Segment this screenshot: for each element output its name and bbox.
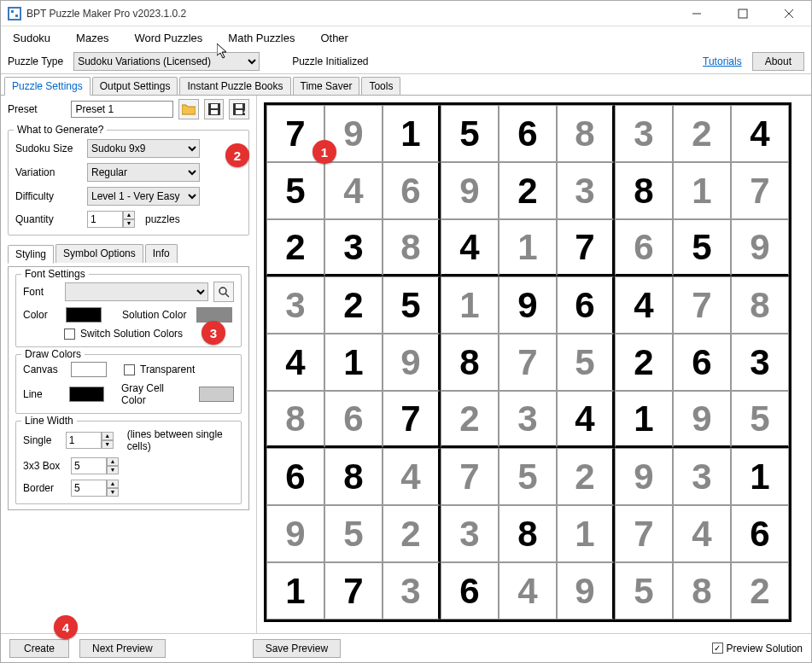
tab-tools[interactable]: Tools — [361, 77, 400, 95]
svg-point-15 — [219, 288, 226, 294]
puzzle-type-select[interactable]: Sudoku Variations (Licensed) — [73, 52, 260, 71]
marker-1: 1 — [313, 140, 336, 164]
topbar: Puzzle Type Sudoku Variations (Licensed)… — [1, 49, 811, 74]
preset-input[interactable] — [71, 101, 173, 118]
difficulty-label: Difficulty — [15, 190, 82, 202]
sudoku-cell: 3 — [615, 105, 673, 162]
sudoku-cell: 3 — [441, 505, 499, 562]
subtab-symbol-options[interactable]: Symbol Options — [55, 244, 143, 263]
svg-rect-2 — [11, 10, 14, 13]
gray-cell-color-label: Gray Cell Color — [121, 382, 189, 406]
subtab-info[interactable]: Info — [145, 244, 178, 263]
sudoku-size-select[interactable]: Sudoku 9x9 — [87, 139, 200, 158]
menu-other[interactable]: Other — [315, 30, 353, 46]
line-width-note: (lines between single cells) — [127, 428, 234, 452]
status-text: Puzzle Initialized — [292, 55, 368, 67]
sudoku-cell: 4 — [441, 219, 499, 276]
font-browse-button[interactable] — [213, 282, 234, 302]
about-button[interactable]: About — [752, 52, 804, 71]
sudoku-cell: 4 — [266, 334, 324, 391]
sudoku-cell: 4 — [499, 562, 557, 619]
minimize-button[interactable] — [681, 3, 712, 24]
preset-saveas-button[interactable]: + — [229, 99, 249, 119]
font-color-label: Color — [23, 309, 61, 321]
sudoku-cell: 5 — [731, 391, 789, 448]
sudoku-cell: 6 — [615, 219, 673, 276]
save-preview-button[interactable]: Save Preview — [253, 639, 341, 658]
tutorials-link[interactable]: Tutorials — [703, 55, 742, 67]
sudoku-cell: 6 — [673, 334, 731, 391]
sudoku-cell: 2 — [615, 334, 673, 391]
tab-output-settings[interactable]: Output Settings — [92, 77, 178, 95]
sudoku-cell: 6 — [557, 276, 615, 334]
font-label: Font — [23, 286, 60, 298]
create-button[interactable]: Create — [9, 639, 69, 658]
marker-3: 3 — [202, 321, 225, 345]
sudoku-cell: 1 — [557, 505, 615, 562]
sudoku-cell: 8 — [673, 562, 731, 619]
svg-rect-1 — [9, 9, 20, 19]
sudoku-cell: 5 — [615, 562, 673, 619]
sudoku-cell: 2 — [266, 219, 324, 276]
sudoku-cell: 3 — [731, 334, 789, 391]
sudoku-cell: 8 — [383, 219, 441, 276]
main-tabs: Puzzle Settings Output Settings Instant … — [1, 74, 811, 95]
next-preview-button[interactable]: Next Preview — [79, 639, 166, 658]
sudoku-cell: 8 — [731, 276, 789, 334]
line-color-swatch[interactable] — [69, 387, 104, 402]
save-icon — [208, 103, 220, 115]
sudoku-cell: 9 — [266, 505, 324, 562]
sudoku-cell: 6 — [266, 448, 324, 505]
subtab-styling[interactable]: Styling — [8, 245, 54, 264]
preset-save-button[interactable] — [204, 99, 225, 119]
border-width-stepper[interactable]: ▲▼ — [71, 480, 119, 497]
preset-open-button[interactable] — [178, 99, 199, 119]
sudoku-cell: 5 — [266, 162, 324, 219]
sudoku-cell: 5 — [499, 448, 557, 505]
font-color-swatch[interactable] — [66, 307, 102, 323]
tab-instant-puzzle-books[interactable]: Instant Puzzle Books — [179, 77, 290, 95]
menu-word-puzzles[interactable]: Word Puzzles — [129, 30, 207, 46]
font-select[interactable] — [65, 282, 208, 301]
styling-panel: Font Settings Font Color Solution Color — [8, 266, 249, 510]
menu-mazes[interactable]: Mazes — [71, 30, 114, 46]
svg-text:+: + — [242, 108, 245, 115]
border-width-label: Border — [23, 482, 66, 494]
sudoku-cell: 3 — [266, 276, 324, 334]
quantity-stepper[interactable]: ▲▼ — [87, 211, 135, 228]
sudoku-cell: 1 — [615, 391, 673, 448]
sudoku-cell: 7 — [499, 334, 557, 391]
sudoku-cell: 1 — [673, 162, 731, 219]
canvas-label: Canvas — [23, 363, 66, 375]
single-width-stepper[interactable]: ▲▼ — [66, 432, 114, 449]
sudoku-cell: 6 — [324, 391, 383, 448]
sudoku-cell: 8 — [266, 391, 324, 448]
menubar: Sudoku Mazes Word Puzzles Math Puzzles O… — [1, 26, 811, 49]
line-color-label: Line — [23, 388, 64, 400]
gray-cell-color-swatch[interactable] — [199, 387, 234, 402]
close-button[interactable] — [774, 3, 804, 24]
sudoku-cell: 1 — [731, 448, 789, 505]
sudoku-cell: 9 — [731, 219, 789, 276]
preview-solution-checkbox[interactable]: ✓ — [712, 643, 723, 654]
variation-select[interactable]: Regular — [87, 163, 200, 182]
transparent-checkbox[interactable] — [124, 364, 135, 375]
box-width-stepper[interactable]: ▲▼ — [71, 457, 119, 474]
sudoku-cell: 1 — [266, 562, 324, 619]
tab-puzzle-settings[interactable]: Puzzle Settings — [4, 77, 91, 96]
switch-solution-colors-checkbox[interactable] — [64, 329, 75, 340]
menu-math-puzzles[interactable]: Math Puzzles — [223, 30, 300, 46]
canvas-color-swatch[interactable] — [71, 362, 107, 377]
menu-sudoku[interactable]: Sudoku — [8, 30, 55, 46]
maximize-button[interactable] — [727, 3, 758, 24]
magnifier-icon — [218, 286, 230, 298]
sudoku-size-label: Sudoku Size — [15, 142, 82, 154]
window-title: BPT Puzzle Maker Pro v2023.1.0.2 — [26, 8, 681, 20]
quantity-unit: puzzles — [145, 213, 180, 225]
what-to-generate-group: What to Generate? Sudoku Size Sudoku 9x9… — [8, 130, 249, 236]
puzzle-type-label: Puzzle Type — [8, 55, 63, 67]
sudoku-cell: 4 — [731, 105, 789, 162]
tab-time-saver[interactable]: Time Saver — [293, 77, 360, 95]
sudoku-cell: 1 — [324, 334, 383, 391]
difficulty-select[interactable]: Level 1 - Very Easy — [87, 187, 200, 206]
